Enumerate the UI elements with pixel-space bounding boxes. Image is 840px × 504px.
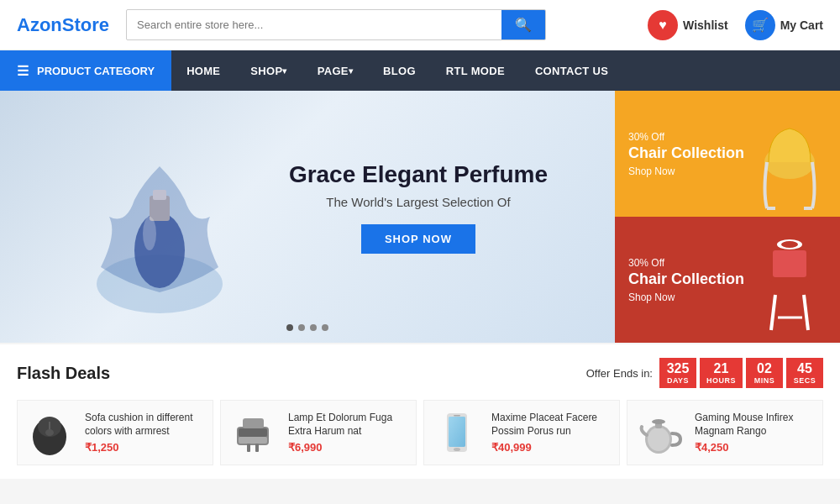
svg-rect-19 bbox=[239, 428, 267, 437]
product-info-1: Lamp Et Dolorum Fuga Extra Harum nat ₹6,… bbox=[288, 412, 409, 454]
side-banner-red: 30% Off Chair Collection Shop Now bbox=[615, 217, 840, 343]
nav-home[interactable]: HOME bbox=[171, 50, 235, 91]
header: AzonStore 🔍 ♥ Wishlist 🛒 My Cart bbox=[0, 0, 840, 50]
svg-point-32 bbox=[652, 419, 665, 424]
timer-hours-value: 21 bbox=[714, 361, 729, 376]
carousel-dot-1[interactable] bbox=[286, 324, 293, 331]
timer-mins-value: 02 bbox=[757, 361, 772, 376]
side-banner-yellow-title: Chair Collection bbox=[628, 144, 744, 162]
flash-deals-title: Flash Deals bbox=[17, 364, 586, 383]
nav-blog[interactable]: BLOG bbox=[368, 50, 431, 91]
side-banner-yellow-text: 30% Off Chair Collection Shop Now bbox=[628, 131, 744, 177]
sandwich-maker-svg bbox=[230, 410, 276, 456]
carousel-dot-3[interactable] bbox=[310, 324, 317, 331]
product-info-3: Gaming Mouse Infirex Magnam Rango ₹4,250 bbox=[695, 412, 816, 454]
svg-point-13 bbox=[781, 241, 798, 248]
hero-cta-button[interactable]: SHOP NOW bbox=[361, 224, 475, 254]
product-image-3 bbox=[634, 407, 685, 458]
side-banner-red-link[interactable]: Shop Now bbox=[628, 291, 744, 303]
header-actions: ♥ Wishlist 🛒 My Cart bbox=[648, 10, 823, 40]
cart-label: My Cart bbox=[780, 18, 823, 32]
svg-point-30 bbox=[648, 428, 669, 451]
timer-blocks: 325 DAYS 21 HOURS 02 MINS 45 SECS bbox=[659, 358, 823, 388]
carousel-dot-4[interactable] bbox=[322, 324, 328, 331]
svg-line-8 bbox=[804, 295, 808, 330]
product-card-2[interactable]: Maxime Placeat Facere Possim Porus run ₹… bbox=[423, 400, 620, 465]
svg-rect-6 bbox=[771, 280, 808, 295]
hero-perfume-image bbox=[67, 91, 252, 343]
svg-point-4 bbox=[143, 217, 156, 250]
products-row: Sofa cushion in different colors with ar… bbox=[17, 400, 823, 465]
svg-line-7 bbox=[771, 295, 775, 330]
cart-button[interactable]: 🛒 My Cart bbox=[745, 10, 823, 40]
product-price-1: ₹6,990 bbox=[288, 441, 409, 454]
hamburger-icon: ☰ bbox=[17, 63, 29, 79]
svg-rect-23 bbox=[243, 418, 264, 428]
product-info-0: Sofa cushion in different colors with ar… bbox=[85, 412, 206, 454]
search-input[interactable] bbox=[127, 12, 501, 38]
search-icon: 🔍 bbox=[515, 18, 532, 32]
nav-contact-us[interactable]: CONTACT US bbox=[520, 50, 623, 91]
mouse-svg bbox=[27, 410, 73, 456]
product-name-2: Maxime Placeat Facere Possim Porus run bbox=[491, 412, 612, 438]
offer-ends-label: Offer Ends in: bbox=[586, 367, 653, 380]
timer-mins: 02 MINS bbox=[746, 358, 783, 388]
hero-subtitle: The World's Largest Selection Of bbox=[289, 195, 548, 209]
side-banner-red-discount: 30% Off bbox=[628, 257, 744, 269]
hero-title: Grace Elegant Perfume bbox=[289, 161, 548, 188]
product-category-button[interactable]: ☰ PRODUCT CATEGORY bbox=[0, 50, 171, 91]
search-button[interactable]: 🔍 bbox=[501, 10, 545, 39]
timer-secs: 45 SECS bbox=[786, 358, 823, 388]
timer-days-value: 325 bbox=[667, 361, 690, 376]
side-banner-red-title: Chair Collection bbox=[628, 270, 744, 288]
nav-links: HOME SHOP ▾ PAGE ▾ BLOG RTL MODE CONTACT… bbox=[171, 50, 623, 91]
svg-rect-22 bbox=[255, 444, 259, 452]
wishlist-icon: ♥ bbox=[648, 10, 678, 40]
wishlist-button[interactable]: ♥ Wishlist bbox=[648, 10, 728, 40]
product-image-2 bbox=[431, 407, 481, 458]
product-card-0[interactable]: Sofa cushion in different colors with ar… bbox=[17, 400, 213, 465]
red-chair-svg bbox=[750, 234, 830, 343]
svg-rect-11 bbox=[773, 250, 806, 277]
side-banner-yellow: 30% Off Chair Collection Shop Now bbox=[615, 91, 840, 217]
yellow-chair-svg bbox=[750, 116, 830, 217]
side-banner-red-text: 30% Off Chair Collection Shop Now bbox=[628, 257, 744, 303]
phone-svg bbox=[433, 410, 480, 456]
product-price-3: ₹4,250 bbox=[695, 441, 816, 454]
logo-black: Azon bbox=[17, 14, 62, 35]
offer-ends: Offer Ends in: 325 DAYS 21 HOURS 02 MINS… bbox=[586, 358, 823, 388]
flash-header: Flash Deals Offer Ends in: 325 DAYS 21 H… bbox=[17, 358, 823, 388]
logo-blue: Store bbox=[62, 14, 109, 35]
search-bar: 🔍 bbox=[126, 9, 546, 40]
wishlist-label: Wishlist bbox=[683, 18, 728, 32]
product-info-2: Maxime Placeat Facere Possim Porus run ₹… bbox=[491, 412, 612, 454]
product-card-3[interactable]: Gaming Mouse Infirex Magnam Rango ₹4,250 bbox=[627, 400, 823, 465]
svg-rect-27 bbox=[454, 415, 460, 417]
product-card-1[interactable]: Lamp Et Dolorum Fuga Extra Harum nat ₹6,… bbox=[220, 400, 417, 465]
flash-deals-section: Flash Deals Offer Ends in: 325 DAYS 21 H… bbox=[0, 344, 840, 479]
hero-section: Grace Elegant Perfume The World's Larges… bbox=[0, 91, 840, 343]
perfume-svg bbox=[92, 116, 227, 318]
timer-mins-label: MINS bbox=[754, 376, 775, 385]
nav-shop[interactable]: SHOP ▾ bbox=[235, 50, 302, 91]
product-name-1: Lamp Et Dolorum Fuga Extra Harum nat bbox=[288, 412, 409, 438]
product-category-label: PRODUCT CATEGORY bbox=[37, 65, 155, 77]
timer-days-label: DAYS bbox=[667, 376, 689, 385]
cart-icon: 🛒 bbox=[745, 10, 775, 40]
nav-rtl-mode[interactable]: RTL MODE bbox=[431, 50, 520, 91]
side-banner-yellow-discount: 30% Off bbox=[628, 131, 744, 143]
svg-point-26 bbox=[454, 448, 460, 451]
product-image-0 bbox=[24, 407, 75, 458]
carousel-dot-2[interactable] bbox=[298, 324, 305, 331]
nav-page[interactable]: PAGE ▾ bbox=[302, 50, 368, 91]
svg-rect-28 bbox=[449, 417, 465, 447]
svg-point-1 bbox=[134, 213, 185, 288]
kettle-svg bbox=[637, 410, 683, 456]
product-price-0: ₹1,250 bbox=[85, 441, 206, 454]
side-banner-yellow-link[interactable]: Shop Now bbox=[628, 165, 744, 177]
timer-secs-label: SECS bbox=[794, 376, 816, 385]
product-name-3: Gaming Mouse Infirex Magnam Rango bbox=[695, 412, 816, 438]
logo[interactable]: AzonStore bbox=[17, 14, 109, 36]
carousel-dots bbox=[286, 324, 328, 331]
timer-hours: 21 HOURS bbox=[700, 358, 743, 388]
